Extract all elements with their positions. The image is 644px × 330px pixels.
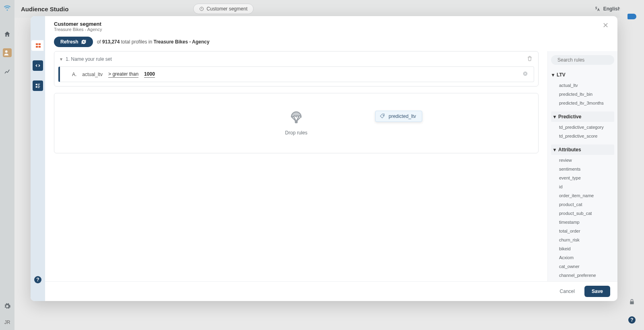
refresh-label: Refresh xyxy=(60,39,78,45)
rule-set-name-placeholder[interactable]: 1. Name your rule set xyxy=(66,56,112,62)
remove-rule-icon[interactable] xyxy=(522,71,528,78)
cancel-button[interactable]: Cancel xyxy=(556,286,579,297)
rules-panel-item[interactable]: cat_owner xyxy=(551,262,614,271)
nav-profiles-icon[interactable] xyxy=(33,80,43,91)
rules-panel: ✕ ▾LTVactual_ltvpredicted_ltv_binpredict… xyxy=(547,51,617,281)
svg-point-14 xyxy=(383,115,384,116)
svg-rect-4 xyxy=(36,46,38,47)
rules-panel-item[interactable]: event_type xyxy=(551,173,614,182)
rule-row[interactable]: A. actual_ltv > greater than 1000 xyxy=(58,66,534,82)
rule-builder: ▾ 1. Name your rule set A. actual_ltv > … xyxy=(45,51,547,281)
drop-label: Drop rules xyxy=(285,130,307,136)
trash-icon[interactable] xyxy=(527,56,533,62)
rules-panel-item[interactable]: sentiments xyxy=(551,165,614,173)
svg-point-0 xyxy=(5,50,8,53)
svg-rect-13 xyxy=(295,121,297,123)
svg-rect-10 xyxy=(38,86,40,87)
rules-panel-item[interactable]: bikeid xyxy=(551,244,614,253)
rule-operator[interactable]: > greater than xyxy=(108,71,138,78)
profiles-summary: of 913,274 total profiles in Treasure Bi… xyxy=(97,39,210,45)
rule-field[interactable]: actual_ltv xyxy=(82,72,103,77)
gear-icon[interactable] xyxy=(3,302,12,311)
app-left-rail: JR xyxy=(0,0,14,330)
modal-side-nav: ? xyxy=(31,16,45,301)
people-icon[interactable] xyxy=(3,48,12,57)
analytics-icon[interactable] xyxy=(3,67,12,76)
modal-main: Customer segment Treasure Bikes - Agency… xyxy=(45,16,617,301)
save-button[interactable]: Save xyxy=(584,286,610,297)
svg-rect-8 xyxy=(38,85,39,85)
refresh-button[interactable]: Refresh xyxy=(54,37,93,47)
app-header: Audience Studio Customer segment English… xyxy=(14,0,644,18)
header-chip-label: Customer segment xyxy=(206,6,247,12)
chevron-down-icon: ▾ xyxy=(553,114,556,120)
rules-group-header[interactable]: ▾LTV xyxy=(551,70,614,80)
translate-icon xyxy=(594,6,600,12)
parachute-icon xyxy=(289,111,303,127)
rules-panel-item[interactable]: actual_ltv xyxy=(551,81,614,90)
svg-rect-6 xyxy=(36,84,37,85)
rule-index: A. xyxy=(72,72,76,77)
drop-zone[interactable]: Drop rules predicted_ltv xyxy=(54,93,539,153)
segment-modal: ? Customer segment Treasure Bikes - Agen… xyxy=(31,16,617,301)
modal-toolbar: Refresh of 913,274 total profiles in Tre… xyxy=(45,35,617,51)
rules-panel-item[interactable]: product_cat xyxy=(551,200,614,209)
modal-body: ▾ 1. Name your rule set A. actual_ltv > … xyxy=(45,51,617,281)
svg-rect-11 xyxy=(38,87,39,88)
rules-panel-item[interactable]: predicted_ltv_bin xyxy=(551,90,614,99)
modal-header: Customer segment Treasure Bikes - Agency… xyxy=(45,16,617,35)
wifi-icon xyxy=(3,3,12,12)
rules-panel-item[interactable]: timestamp xyxy=(551,218,614,227)
nav-help-icon[interactable]: ? xyxy=(33,274,43,285)
rules-panel-item[interactable]: td_predictive_score xyxy=(551,132,614,140)
rules-panel-item[interactable]: channel_preferene xyxy=(551,271,614,280)
rules-panel-item[interactable]: order_item_name xyxy=(551,191,614,200)
modal-title: Customer segment xyxy=(54,21,102,27)
chevron-down-icon: ▾ xyxy=(553,147,556,153)
home-icon[interactable] xyxy=(3,30,12,39)
help-icon[interactable]: ? xyxy=(628,316,636,324)
rules-group-header[interactable]: ▾Predictive xyxy=(551,111,614,122)
rules-panel-item[interactable]: product_sub_cat xyxy=(551,209,614,218)
clock-icon xyxy=(199,6,204,11)
rule-set-header[interactable]: ▾ 1. Name your rule set xyxy=(54,52,538,66)
rules-panel-item[interactable]: id xyxy=(551,182,614,191)
rules-panel-item[interactable]: total_order xyxy=(551,227,614,235)
svg-rect-7 xyxy=(38,84,40,84)
svg-rect-2 xyxy=(36,43,38,45)
svg-rect-9 xyxy=(36,86,37,87)
rules-panel-item[interactable]: Acxiom xyxy=(551,253,614,262)
tag-icon[interactable] xyxy=(627,14,636,19)
rules-group-name: Predictive xyxy=(558,114,581,120)
rule-set-card: ▾ 1. Name your rule set A. actual_ltv > … xyxy=(54,51,539,87)
rules-panel-item[interactable]: predicted_ltv_3months xyxy=(551,99,614,107)
close-icon[interactable]: ✕ xyxy=(603,21,609,30)
modal-footer: Cancel Save xyxy=(45,281,617,301)
rules-group-header[interactable]: ▾Attributes xyxy=(551,144,614,155)
app-right-rail: ? xyxy=(620,0,644,330)
rules-group-name: Attributes xyxy=(558,147,581,153)
nav-code-icon[interactable] xyxy=(33,60,43,71)
nav-builder-icon[interactable] xyxy=(31,40,43,51)
rules-group-name: LTV xyxy=(557,72,566,78)
rules-search[interactable]: ✕ xyxy=(551,55,614,65)
chevron-down-icon: ▾ xyxy=(552,72,554,78)
rules-panel-item[interactable]: td_predictive_category xyxy=(551,123,614,132)
dragging-rule-label: predicted_ltv xyxy=(388,113,416,119)
header-chip[interactable]: Customer segment xyxy=(193,4,253,14)
rule-value[interactable]: 1000 xyxy=(144,71,155,78)
svg-rect-5 xyxy=(39,46,41,47)
tag-icon xyxy=(380,113,385,119)
chevron-down-icon: ▾ xyxy=(60,56,62,62)
user-initials[interactable]: JR xyxy=(4,320,10,325)
rules-panel-item[interactable]: churn_risk xyxy=(551,235,614,244)
rules-search-input[interactable] xyxy=(557,57,617,63)
lock-icon[interactable] xyxy=(629,299,635,307)
rules-panel-item[interactable]: review xyxy=(551,156,614,165)
modal-subtitle: Treasure Bikes - Agency xyxy=(54,27,102,32)
app-title: Audience Studio xyxy=(21,6,68,12)
dragging-rule-chip[interactable]: predicted_ltv xyxy=(375,111,422,122)
refresh-icon xyxy=(81,39,87,45)
svg-rect-3 xyxy=(39,43,41,45)
